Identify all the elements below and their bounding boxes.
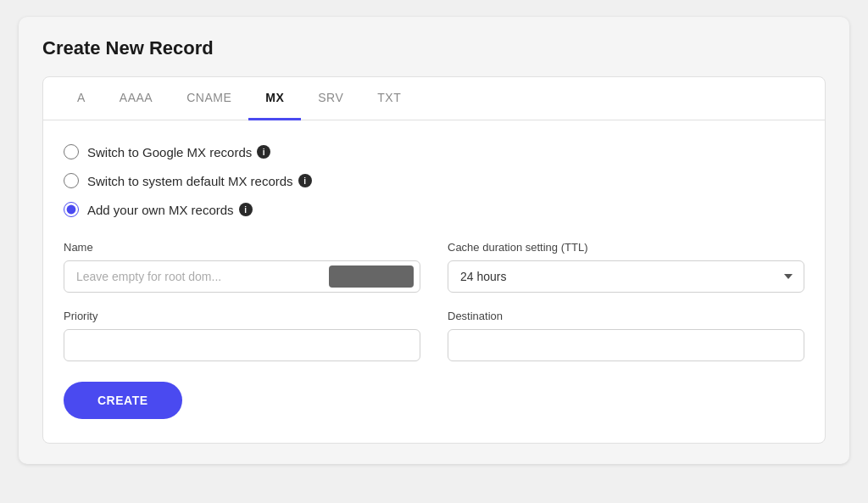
radio-google-mx-input[interactable] bbox=[64, 144, 79, 159]
tab-cname[interactable]: CNAME bbox=[170, 77, 248, 120]
tab-a[interactable]: A bbox=[60, 77, 103, 120]
tab-bar: A AAAA CNAME MX SRV TXT bbox=[43, 77, 825, 120]
create-button[interactable]: CREATE bbox=[64, 382, 182, 419]
destination-input[interactable] bbox=[448, 329, 804, 361]
tab-srv[interactable]: SRV bbox=[301, 77, 360, 120]
name-input-badge bbox=[329, 265, 414, 288]
radio-system-mx[interactable]: Switch to system default MX records i bbox=[64, 173, 804, 188]
tab-aaaa[interactable]: AAAA bbox=[103, 77, 170, 120]
radio-own-mx[interactable]: Add your own MX records i bbox=[64, 202, 804, 217]
name-input-wrapper bbox=[64, 260, 420, 293]
google-mx-info-icon[interactable]: i bbox=[257, 145, 270, 159]
card-body: Switch to Google MX records i Switch to … bbox=[43, 120, 825, 443]
radio-google-mx[interactable]: Switch to Google MX records i bbox=[64, 144, 804, 159]
page-title: Create New Record bbox=[42, 37, 826, 59]
priority-field-group: Priority bbox=[64, 310, 420, 361]
own-mx-info-icon[interactable]: i bbox=[239, 203, 253, 216]
name-field-group: Name bbox=[64, 241, 420, 293]
tab-txt[interactable]: TXT bbox=[360, 77, 418, 120]
priority-input[interactable] bbox=[64, 329, 420, 361]
radio-own-mx-input[interactable] bbox=[64, 202, 79, 217]
destination-field-group: Destination bbox=[448, 310, 804, 361]
destination-label: Destination bbox=[448, 310, 804, 322]
record-card: A AAAA CNAME MX SRV TXT Switch to Google… bbox=[42, 76, 826, 444]
priority-label: Priority bbox=[64, 310, 420, 322]
ttl-label: Cache duration setting (TTL) bbox=[448, 241, 804, 254]
main-container: Create New Record A AAAA CNAME MX SRV TX… bbox=[19, 17, 849, 464]
name-label: Name bbox=[64, 241, 420, 254]
radio-group: Switch to Google MX records i Switch to … bbox=[64, 144, 804, 217]
ttl-field-group: Cache duration setting (TTL) 1 minute 5 … bbox=[448, 241, 804, 293]
system-mx-info-icon[interactable]: i bbox=[298, 174, 312, 187]
tab-mx[interactable]: MX bbox=[248, 77, 301, 120]
ttl-select-wrapper: 1 minute 5 minutes 30 minutes 1 hour 4 h… bbox=[448, 260, 804, 293]
radio-system-mx-input[interactable] bbox=[64, 173, 79, 188]
ttl-select[interactable]: 1 minute 5 minutes 30 minutes 1 hour 4 h… bbox=[448, 260, 804, 293]
form-grid: Name Cache duration setting (TTL) 1 minu… bbox=[64, 241, 804, 361]
